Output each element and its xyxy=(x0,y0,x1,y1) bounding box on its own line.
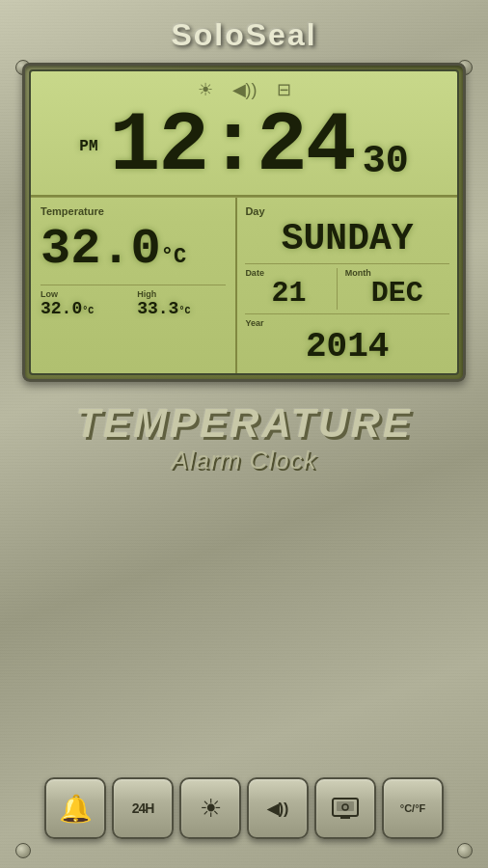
day-date-panel: Day SUNDAY Date 21 Month DEC Year xyxy=(237,198,457,373)
toolbar: 🔔 24H ☀ ◀)) °C/°F xyxy=(44,777,444,839)
display-button[interactable] xyxy=(314,777,376,839)
year-row: Year 2014 xyxy=(245,313,449,366)
brand-title: SoloSeal xyxy=(171,17,316,53)
clock-section: ☀ ◀)) ⊟ PM 12:24 30 xyxy=(31,71,457,197)
sound-icon: ◀)) xyxy=(232,79,258,100)
clock-time-main: 12:24 xyxy=(110,104,355,189)
app-title-section: TEMPERATURE Alarm Clock xyxy=(75,403,413,475)
day-label: Day xyxy=(245,205,449,217)
main-panel: ☀ ◀)) ⊟ PM 12:24 30 Temperature 32.0°C xyxy=(22,63,466,382)
brightness-button[interactable]: ☀ xyxy=(179,777,241,839)
sound-button[interactable]: ◀)) xyxy=(247,777,309,839)
screw-bottom-left xyxy=(15,843,31,858)
clock-seconds: 30 xyxy=(363,143,409,181)
date-value: 21 xyxy=(245,278,332,310)
temp-high-value: 33.3°C xyxy=(137,299,226,320)
month-box: Month DEC xyxy=(341,268,449,310)
month-value: DEC xyxy=(345,278,449,310)
date-box: Date 21 xyxy=(245,268,337,310)
temp-low-value: 32.0°C xyxy=(41,299,129,320)
am-pm-label: PM xyxy=(79,138,97,155)
display-icon: ⊟ xyxy=(277,79,291,100)
info-section: Temperature 32.0°C Low 32.0°C High xyxy=(31,197,457,373)
temperature-value: 32.0°C xyxy=(41,221,226,279)
app-container: SoloSeal ☀ ◀)) ⊟ PM 12:24 30 xyxy=(0,0,488,868)
temp-high: High 33.3°C xyxy=(137,289,226,320)
unit-button[interactable]: °C/°F xyxy=(382,777,444,839)
clock-display-row: PM 12:24 30 xyxy=(42,104,446,189)
main-panel-inner: ☀ ◀)) ⊟ PM 12:24 30 Temperature 32.0°C xyxy=(29,69,459,375)
app-title-alarm: Alarm Clock xyxy=(75,446,413,475)
clock-icons: ☀ ◀)) ⊟ xyxy=(42,79,446,100)
screw-bottom-right xyxy=(457,843,473,858)
brightness-icon: ☀ xyxy=(198,79,213,100)
24h-button[interactable]: 24H xyxy=(112,777,174,839)
temperature-panel: Temperature 32.0°C Low 32.0°C High xyxy=(31,198,237,373)
temp-low-high: Low 32.0°C High 33.3°C xyxy=(41,285,226,320)
display-icon xyxy=(331,797,360,820)
day-name: SUNDAY xyxy=(245,219,449,259)
alarm-button[interactable]: 🔔 xyxy=(44,777,106,839)
app-title-temperature: TEMPERATURE xyxy=(75,403,413,444)
date-month-row: Date 21 Month DEC xyxy=(245,263,449,310)
temp-low: Low 32.0°C xyxy=(41,289,129,320)
year-value: 2014 xyxy=(245,328,449,366)
temperature-label: Temperature xyxy=(41,205,226,217)
